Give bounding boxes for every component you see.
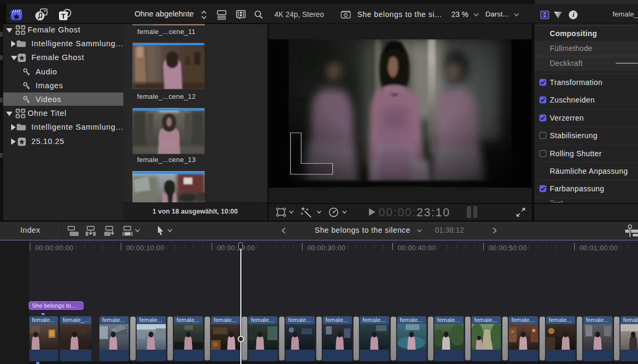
svg-text:i: i [573, 11, 575, 19]
svg-text:T: T [61, 12, 66, 20]
